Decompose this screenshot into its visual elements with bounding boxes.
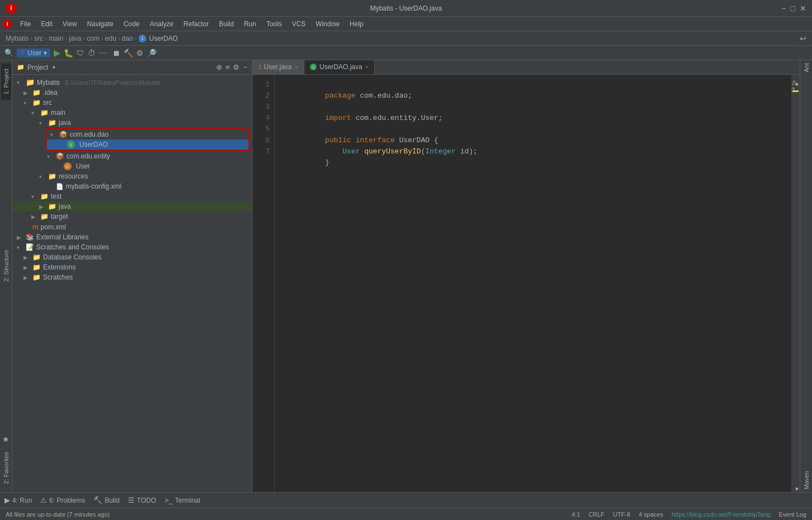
caret-position[interactable]: 4:1 (571, 511, 580, 518)
tree-item-userdao[interactable]: I UserDAO (47, 139, 249, 150)
settings-button[interactable]: ⚙ (136, 49, 144, 57)
project-tool-window-tab[interactable]: 1: Project (1, 63, 11, 100)
code-editor[interactable]: package com.edu.dao; import com.edu.enti… (275, 75, 791, 492)
tree-item-scratches-consoles[interactable]: ▾ 📝 Scratches and Consoles (12, 242, 252, 252)
settings-icon[interactable]: ⚙ (233, 63, 240, 71)
breadcrumb-main[interactable]: main (49, 35, 63, 42)
tab-close-button[interactable]: × (365, 64, 369, 70)
scroll-up-icon[interactable]: ▲ (794, 80, 800, 86)
tree-item-mybatis-config[interactable]: 📄 mybatis-config.xml (12, 181, 252, 191)
scroll-down-icon[interactable]: ▼ (794, 486, 800, 492)
debug-button[interactable]: 🐛 (64, 49, 73, 57)
menu-file[interactable]: File (16, 19, 35, 29)
tree-item-label: Mybatis (37, 79, 60, 86)
menu-edit[interactable]: Edit (36, 19, 57, 29)
breadcrumb-java[interactable]: java (69, 35, 81, 42)
tree-item-com-edu-dao[interactable]: ▾ 📦 com.edu.dao (47, 129, 249, 139)
build-tool-window-btn[interactable]: 🔨 Build (93, 496, 120, 504)
todo-tool-window-btn[interactable]: ☰ TODO (128, 496, 156, 504)
tree-item-java[interactable]: ▾ 📁 java (12, 118, 252, 128)
project-dropdown-icon[interactable]: ▾ (52, 64, 55, 70)
event-log-btn[interactable]: Event Log (778, 511, 806, 518)
tree-item-resources[interactable]: ▾ 📁 resources (12, 171, 252, 181)
menu-window[interactable]: Window (311, 19, 344, 29)
run-button[interactable]: ▶ (54, 47, 60, 58)
ant-tool-window-tab[interactable]: Ant (803, 63, 810, 73)
sidebar-expand-icon[interactable]: 📁 (17, 64, 25, 71)
run-tool-window-btn[interactable]: ▶ 4: Run (4, 496, 32, 504)
tree-item-user-class[interactable]: C User (12, 161, 252, 171)
hide-icon[interactable]: − (243, 63, 247, 71)
collapse-all-icon[interactable]: ≡ (226, 63, 230, 71)
favorites-star-icon[interactable]: ★ (2, 435, 9, 444)
run-config-selector[interactable]: ✕ User ▾ (17, 49, 50, 57)
navigate-back-icon[interactable]: ↩ (800, 34, 806, 43)
breadcrumb-interface-icon: I (138, 35, 146, 42)
tree-item-external-libs[interactable]: ▶ 📚 External Libraries (12, 232, 252, 242)
more-run-options-button[interactable]: ⋯ (99, 49, 107, 57)
breadcrumb-com[interactable]: com (87, 35, 99, 42)
stop-button[interactable]: ⏹ (112, 49, 120, 57)
build-project-button[interactable]: 🔨 (123, 49, 133, 57)
maximize-button[interactable]: □ (791, 4, 795, 13)
maven-tool-window-tab[interactable]: Maven (803, 471, 810, 489)
tree-item-com-edu-entity[interactable]: ▾ 📦 com.edu.entity (12, 151, 252, 161)
menu-analyze[interactable]: Analyze (145, 19, 178, 29)
breadcrumb-src[interactable]: src (34, 35, 43, 42)
tree-item-mybatis[interactable]: ▾ 📁 Mybatis E:\Users\TFX\IdeaProjects\My… (12, 77, 252, 88)
arrow-icon: ▶ (17, 234, 23, 240)
tree-item-src[interactable]: ▾ 📁 src (12, 98, 252, 108)
minimize-button[interactable]: − (781, 4, 786, 13)
editor-content[interactable]: 1 2 3 4 5 6 7 package com.edu.dao; impor… (252, 75, 800, 492)
menu-build[interactable]: Build (214, 19, 238, 29)
search-everywhere-icon[interactable]: 🔍 (4, 49, 13, 57)
tree-item-db-consoles[interactable]: ▶ 📁 Database Consoles (12, 252, 252, 262)
app-logo: I (6, 3, 17, 14)
menu-vcs[interactable]: VCS (288, 19, 311, 29)
menu-navigate[interactable]: Navigate (83, 19, 118, 29)
breadcrumb-edu[interactable]: edu (105, 35, 116, 42)
tree-item-scratches[interactable]: ▶ 📁 Scratches (12, 272, 252, 282)
run-config-error-icon: ✕ (20, 49, 25, 56)
menu-tools[interactable]: Tools (262, 19, 286, 29)
problems-tool-window-btn[interactable]: ⚠ 6: Problems (40, 496, 85, 504)
indent-setting[interactable]: 4 spaces (639, 511, 663, 518)
breadcrumb-dao[interactable]: dao (122, 35, 133, 42)
run-with-coverage-button[interactable]: 🛡 (77, 49, 84, 57)
breadcrumb-mybatis[interactable]: Mybatis (6, 35, 28, 42)
tree-item-test[interactable]: ▾ 📁 test (12, 191, 252, 201)
blog-link[interactable]: https://blog.csdn.net/FriendshipTang (672, 511, 771, 518)
favorites-tool-window-tab[interactable]: 2: Favorites (1, 446, 11, 489)
tree-item-pom[interactable]: m pom.xml (12, 222, 252, 232)
tree-item-target[interactable]: ▶ 📁 target (12, 211, 252, 222)
line-separator[interactable]: CRLF (589, 511, 605, 518)
tab-user-java[interactable]: J User.java × (252, 60, 304, 74)
menu-help[interactable]: Help (345, 19, 368, 29)
profile-button[interactable]: ⏱ (88, 49, 95, 57)
arrow-icon: ▾ (47, 153, 54, 160)
close-button[interactable]: ✕ (800, 4, 806, 13)
structure-tool-window-tab[interactable]: 2: Structure (1, 244, 11, 287)
menu-code[interactable]: Code (119, 19, 144, 29)
tab-close-button[interactable]: × (295, 64, 298, 70)
locate-file-icon[interactable]: ⊕ (216, 63, 222, 71)
arrow-icon: ▾ (31, 194, 38, 200)
menu-view[interactable]: View (58, 19, 82, 29)
package-icon: 📦 (59, 131, 68, 138)
tree-item-idea[interactable]: ▶ 📁 .idea (12, 88, 252, 98)
run-config-dropdown-icon[interactable]: ▾ (44, 49, 47, 57)
code-text: } (325, 158, 329, 167)
menu-run[interactable]: Run (240, 19, 261, 29)
terminal-tool-window-btn[interactable]: >_ Terminal (165, 496, 200, 504)
tree-item-main[interactable]: ▾ 📁 main (12, 108, 252, 118)
menu-refactor[interactable]: Refactor (179, 19, 213, 29)
red-border-container: ▾ 📦 com.edu.dao I UserDAO (46, 128, 250, 151)
breadcrumb-userdao[interactable]: UserDAO (149, 35, 178, 42)
encoding[interactable]: UTF-8 (613, 511, 631, 518)
tab-label: User.java (264, 63, 292, 71)
search-button[interactable]: 🔎 (147, 49, 156, 57)
arrow-icon: ▾ (39, 174, 46, 180)
tree-item-java-test[interactable]: ▶ 📁 java (12, 201, 252, 211)
tab-userdao-java[interactable]: I UserDAO.java × (304, 60, 375, 74)
tree-item-extensions[interactable]: ▶ 📁 Extensions (12, 262, 252, 272)
